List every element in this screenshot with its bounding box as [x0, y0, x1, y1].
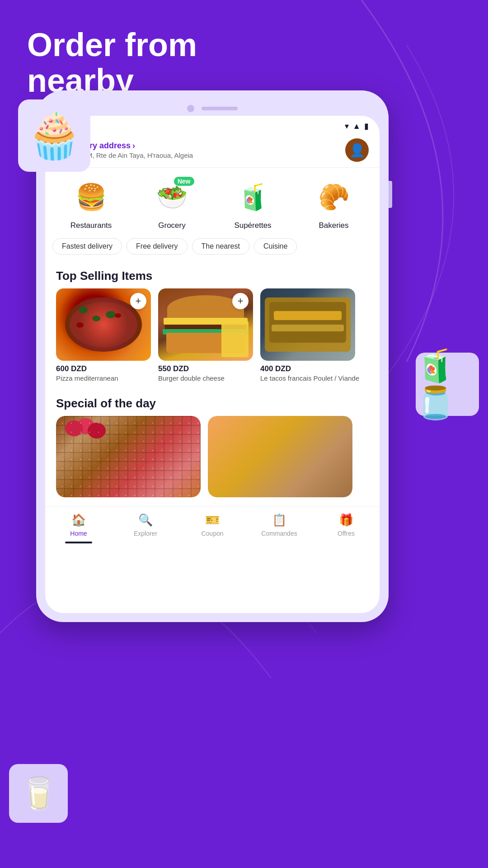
item-burger[interactable]: + 550 DZD Burger double cheese [158, 288, 253, 382]
filter-chips: Fastest delivery Free delivery The neare… [45, 235, 380, 262]
phone-side-button [389, 181, 392, 208]
filter-cuisine[interactable]: Cuisine [254, 238, 297, 255]
phone-speaker [202, 107, 238, 110]
front-camera [187, 105, 194, 112]
home-icon: 🏠 [71, 513, 86, 527]
bakeries-label: Bakeries [319, 221, 348, 230]
tacos-image [260, 288, 355, 361]
pizza-name: Pizza mediterranean [56, 374, 151, 382]
grocery-emoji: 🥗 [156, 184, 188, 210]
category-restaurants[interactable]: 🍔 Restaurants [52, 177, 130, 230]
category-superettes[interactable]: 🧃 Supérettes [214, 177, 291, 230]
category-list: 🍔 Restaurants 🥗 New Grocery 🧃 Supérettes [45, 168, 380, 235]
status-bar: ▾ ▲ ▮ [45, 116, 380, 135]
signal-icon: ▲ [352, 122, 361, 131]
coupon-icon: 🎫 [205, 513, 220, 527]
burger-add-button[interactable]: + [232, 293, 249, 309]
offres-label: Offres [338, 530, 355, 537]
item-tacos[interactable]: 400 DZD Le tacos francais Poulet / Viand… [260, 288, 359, 382]
filter-free[interactable]: Free delivery [127, 238, 187, 255]
filter-fastest[interactable]: Fastest delivery [52, 238, 122, 255]
new-badge: New [174, 177, 194, 186]
restaurants-icon-wrap: 🍔 [71, 177, 112, 217]
superettes-emoji: 🧃 [237, 184, 269, 210]
pizza-price: 600 DZD [56, 364, 151, 373]
nav-offres[interactable]: 🎁 Offres [313, 513, 380, 543]
nav-commandes[interactable]: 📋 Commandes [246, 513, 313, 543]
special-waffle[interactable] [56, 416, 201, 497]
bakeries-emoji: 🥐 [318, 184, 350, 210]
nav-home[interactable]: 🏠 Home [45, 513, 112, 543]
explorer-label: Explorer [134, 530, 157, 537]
burger-image: + [158, 288, 253, 361]
nav-coupon[interactable]: 🎫 Coupon [179, 513, 246, 543]
explorer-icon: 🔍 [138, 513, 153, 527]
phone-notch [45, 99, 380, 116]
address-chevron-icon: › [132, 141, 135, 151]
restaurants-label: Restaurants [70, 221, 112, 230]
grocery-icon-wrap: 🥗 New [152, 177, 192, 217]
commandes-icon: 📋 [272, 513, 286, 527]
coupon-label: Coupon [201, 530, 223, 537]
specials-list [45, 416, 380, 506]
restaurants-emoji: 🍔 [75, 184, 107, 210]
phone-mockup: ▾ ▲ ▮ ____ ry address › Q72P+RXM, Rte de… [36, 90, 389, 622]
wifi-icon: ▾ [345, 121, 349, 131]
juice-decoration: 🧃🫙 [416, 353, 479, 416]
burger-name: Burger double cheese [158, 374, 253, 382]
home-label: Home [70, 530, 87, 537]
grocery-label: Grocery [158, 221, 185, 230]
category-grocery[interactable]: 🥗 New Grocery [133, 177, 211, 230]
bakeries-icon-wrap: 🥐 [314, 177, 354, 217]
phone-screen: ▾ ▲ ▮ ____ ry address › Q72P+RXM, Rte de… [45, 116, 380, 613]
top-selling-list: + 600 DZD Pizza mediterranean [45, 288, 380, 389]
superettes-icon-wrap: 🧃 [233, 177, 273, 217]
top-selling-title: Top Selling Items [45, 262, 380, 288]
address-text-partial: ry address [89, 141, 131, 151]
filter-nearest[interactable]: The nearest [192, 238, 249, 255]
superettes-label: Supérettes [234, 221, 271, 230]
special-day-title: Special of the day [45, 389, 380, 416]
cupcake-decoration: 🧁 [18, 99, 90, 172]
category-bakeries[interactable]: 🥐 Bakeries [295, 177, 372, 230]
offres-icon: 🎁 [339, 513, 353, 527]
nav-explorer[interactable]: 🔍 Explorer [112, 513, 179, 543]
bottom-navigation: 🏠 Home 🔍 Explorer 🎫 Coupon 📋 Commandes [45, 506, 380, 547]
address-bar[interactable]: ____ ry address › Q72P+RXM, Rte de Ain T… [45, 135, 380, 168]
tacos-name: Le tacos francais Poulet / Viande [260, 374, 359, 382]
tacos-price: 400 DZD [260, 364, 359, 373]
burger-price: 550 DZD [158, 364, 253, 373]
special-food2[interactable] [208, 416, 352, 497]
pizza-image: + [56, 288, 151, 361]
user-avatar[interactable]: 👤 [345, 138, 369, 162]
pizza-add-button[interactable]: + [130, 293, 146, 309]
milk-decoration: 🥛 [9, 764, 68, 823]
item-pizza[interactable]: + 600 DZD Pizza mediterranean [56, 288, 151, 382]
commandes-label: Commandes [261, 530, 297, 537]
battery-icon: ▮ [364, 121, 369, 131]
home-active-indicator [65, 542, 92, 543]
